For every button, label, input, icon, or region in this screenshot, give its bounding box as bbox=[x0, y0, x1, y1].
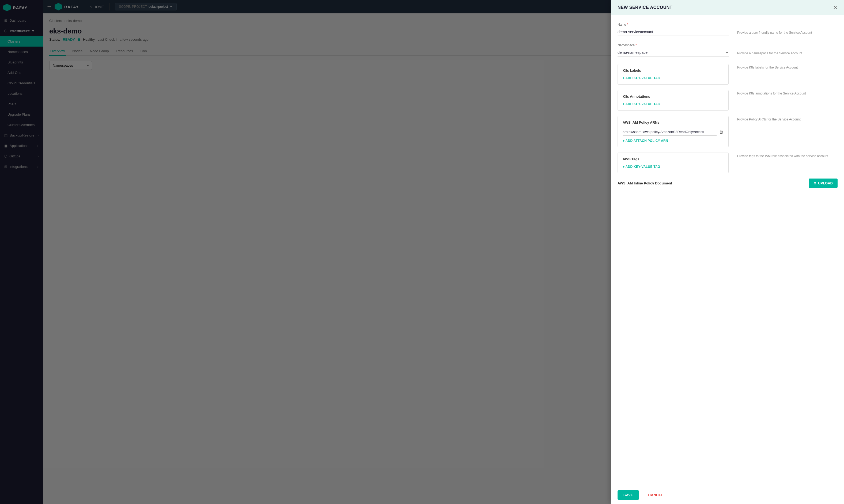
aws-tags-add-button[interactable]: + ADD KEY-VALUE TAG bbox=[623, 165, 660, 169]
name-field-group: Name * bbox=[617, 23, 729, 36]
k8s-labels-box: K8s Labels + ADD KEY-VALUE TAG bbox=[617, 64, 729, 85]
k8s-annotations-add-button[interactable]: + ADD KEY-VALUE TAG bbox=[623, 102, 660, 106]
name-hint: Provide a user friendly name for the Ser… bbox=[737, 23, 838, 36]
name-label: Name * bbox=[617, 23, 729, 26]
arn-row: 🗑 bbox=[623, 128, 723, 136]
cancel-button[interactable]: CANCEL bbox=[642, 490, 669, 500]
k8s-labels-row: K8s Labels + ADD KEY-VALUE TAG Provide K… bbox=[617, 64, 838, 85]
upload-label: UPLOAD bbox=[818, 181, 833, 185]
namespace-select-wrapper: demo-namespace ▼ bbox=[617, 49, 729, 56]
aws-iam-arns-title: AWS IAM Policy ARNs bbox=[623, 121, 723, 124]
delete-icon: 🗑 bbox=[719, 129, 723, 134]
k8s-labels-hint: Provide K8s labels for the Service Accou… bbox=[737, 64, 838, 85]
namespace-field-group: Namespace * demo-namespace ▼ bbox=[617, 43, 729, 56]
aws-iam-arns-row: AWS IAM Policy ARNs 🗑 + ADD ATTACH POLIC… bbox=[617, 116, 838, 147]
k8s-labels-title: K8s Labels bbox=[623, 69, 723, 73]
k8s-annotations-box: K8s Annotations + ADD KEY-VALUE TAG bbox=[617, 90, 729, 110]
aws-tags-section: AWS Tags + ADD KEY-VALUE TAG bbox=[617, 152, 729, 173]
aws-tags-title: AWS Tags bbox=[623, 157, 723, 161]
namespace-field-row: Namespace * demo-namespace ▼ Provide a n… bbox=[617, 43, 838, 56]
upload-icon: ⬆ bbox=[813, 181, 816, 185]
arn-delete-button[interactable]: 🗑 bbox=[719, 129, 723, 134]
name-input[interactable] bbox=[617, 28, 729, 36]
modal-body: Name * Provide a user friendly name for … bbox=[611, 15, 844, 486]
k8s-annotations-row: K8s Annotations + ADD KEY-VALUE TAG Prov… bbox=[617, 90, 838, 110]
modal-header: NEW SERVICE ACCOUNT ✕ bbox=[611, 13, 844, 15]
upload-button[interactable]: ⬆ UPLOAD bbox=[809, 179, 838, 188]
modal-overlay: NEW SERVICE ACCOUNT ✕ Name * Provide a u bbox=[43, 13, 844, 504]
arn-input[interactable] bbox=[623, 128, 717, 136]
k8s-labels-add-button[interactable]: + ADD KEY-VALUE TAG bbox=[623, 76, 660, 80]
main-content: Clusters › eks-demo eks-demo Status: REA… bbox=[43, 13, 844, 504]
k8s-annotations-section: K8s Annotations + ADD KEY-VALUE TAG bbox=[617, 90, 729, 110]
aws-iam-arns-hint: Provide Policy ARNs for the Service Acco… bbox=[737, 116, 838, 147]
namespace-label: Namespace * bbox=[617, 43, 729, 47]
aws-tags-row: AWS Tags + ADD KEY-VALUE TAG Provide tag… bbox=[617, 152, 838, 173]
inline-policy-row: AWS IAM Inline Policy Document ⬆ UPLOAD bbox=[617, 179, 838, 188]
k8s-annotations-hint: Provide K8s annotations for the Service … bbox=[737, 90, 838, 110]
modal-footer: SAVE CANCEL bbox=[611, 486, 844, 504]
aws-tags-hint: Provide tags to the IAM role associated … bbox=[737, 152, 838, 173]
namespace-hint: Provide a namespace for the Service Acco… bbox=[737, 43, 838, 56]
aws-tags-box: AWS Tags + ADD KEY-VALUE TAG bbox=[617, 152, 729, 173]
aws-iam-arns-section: AWS IAM Policy ARNs 🗑 + ADD ATTACH POLIC… bbox=[617, 116, 729, 147]
attach-policy-arn-button[interactable]: + ADD ATTACH POLICY ARN bbox=[623, 139, 668, 143]
inline-policy-title: AWS IAM Inline Policy Document bbox=[617, 181, 672, 185]
save-button[interactable]: SAVE bbox=[617, 490, 639, 500]
k8s-labels-section: K8s Labels + ADD KEY-VALUE TAG bbox=[617, 64, 729, 85]
name-field-row: Name * Provide a user friendly name for … bbox=[617, 23, 838, 36]
aws-iam-arns-box: AWS IAM Policy ARNs 🗑 + ADD ATTACH POLIC… bbox=[617, 116, 729, 147]
new-service-account-modal: NEW SERVICE ACCOUNT ✕ Name * Provide a u bbox=[611, 13, 844, 504]
app-layout: ☰ RAFAY ⌂ HOME SCOPE: PROJECT defaultpro… bbox=[43, 0, 844, 504]
namespace-select[interactable]: demo-namespace bbox=[617, 49, 729, 56]
k8s-annotations-title: K8s Annotations bbox=[623, 94, 723, 98]
